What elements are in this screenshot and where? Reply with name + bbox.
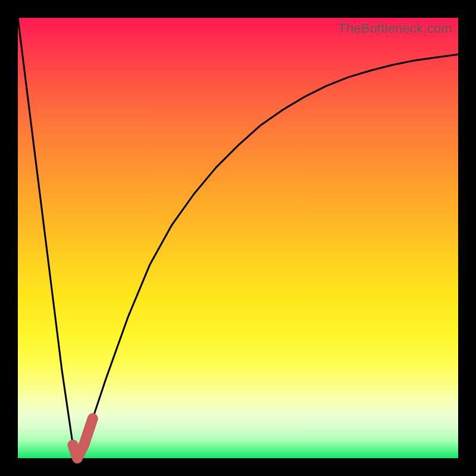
highlight-segment bbox=[73, 418, 93, 458]
chart-svg bbox=[18, 18, 458, 458]
chart-frame: TheBottleneck.com bbox=[0, 0, 476, 476]
bottleneck-curve bbox=[18, 18, 458, 458]
plot-area: TheBottleneck.com bbox=[18, 18, 458, 458]
